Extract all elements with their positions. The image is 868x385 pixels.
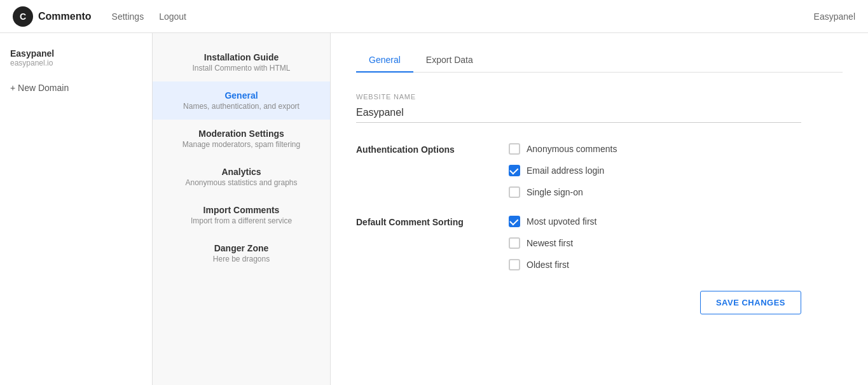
nav-item-installation-guide[interactable]: Installation Guide Install Commento with… — [153, 43, 330, 81]
nav-item-title: Danger Zone — [168, 243, 315, 253]
checkbox-row-email: Email address login — [509, 165, 617, 176]
nav-item-analytics[interactable]: Analytics Anonymous statistics and graph… — [153, 158, 330, 196]
default-comment-sorting-label: Default Comment Sorting — [356, 216, 483, 227]
checkbox-anonymous-label: Anonymous comments — [527, 144, 617, 154]
nav-item-sub: Manage moderators, spam filtering — [168, 140, 315, 149]
checkbox-row-oldest: Oldest first — [509, 259, 597, 270]
tabs: General Export Data — [356, 48, 843, 73]
website-name-label: WEBSITE NAME — [356, 93, 801, 101]
logout-link[interactable]: Logout — [159, 11, 186, 22]
checkbox-anonymous[interactable] — [509, 143, 520, 155]
nav-item-sub: Import from a different service — [168, 216, 315, 225]
save-btn-row: SAVE CHANGES — [356, 291, 801, 314]
website-name-field: WEBSITE NAME — [356, 93, 801, 143]
brand-logo: C Commento — [13, 6, 92, 27]
domain-url: easypanel.io — [10, 59, 142, 67]
nav-item-title: Analytics — [168, 167, 315, 177]
authentication-options-section: Authentication Options Anonymous comment… — [356, 143, 801, 198]
nav-item-title: General — [168, 90, 315, 101]
save-changes-button[interactable]: SAVE CHANGES — [700, 291, 801, 314]
checkbox-row-newest: Newest first — [509, 237, 597, 249]
checkbox-sso[interactable] — [509, 186, 520, 198]
checkbox-newest[interactable] — [509, 237, 520, 249]
nav-item-moderation-settings[interactable]: Moderation Settings Manage moderators, s… — [153, 120, 330, 158]
checkbox-newest-label: Newest first — [527, 238, 573, 248]
nav-item-title: Moderation Settings — [168, 129, 315, 139]
nav-item-sub: Here be dragons — [168, 255, 315, 263]
settings-link[interactable]: Settings — [112, 11, 144, 22]
nav-item-sub: Install Commento with HTML — [168, 64, 315, 73]
tab-general[interactable]: General — [356, 48, 413, 73]
sidebar-mid: Installation Guide Install Commento with… — [153, 33, 331, 385]
checkbox-oldest[interactable] — [509, 259, 520, 270]
nav-item-sub: Anonymous statistics and graphs — [168, 178, 315, 187]
layout: Easypanel easypanel.io + New Domain Inst… — [0, 33, 868, 385]
authentication-options-label: Authentication Options — [356, 143, 483, 155]
new-domain-button[interactable]: + New Domain — [10, 80, 142, 95]
checkbox-oldest-label: Oldest first — [527, 260, 569, 270]
nav-item-general[interactable]: General Names, authentication, and expor… — [153, 81, 330, 120]
main-content: General Export Data WEBSITE NAME Authent… — [331, 33, 868, 385]
authentication-options-checkboxes: Anonymous comments Email address login S… — [509, 143, 617, 198]
tab-export-data[interactable]: Export Data — [413, 48, 486, 73]
topnav-links: Settings Logout — [112, 11, 186, 22]
website-name-input[interactable] — [356, 103, 801, 123]
nav-item-import-comments[interactable]: Import Comments Import from a different … — [153, 196, 330, 234]
comment-sorting-checkboxes: Most upvoted first Newest first Oldest f… — [509, 216, 597, 270]
checkbox-most-upvoted-label: Most upvoted first — [527, 216, 597, 227]
nav-item-title: Import Comments — [168, 205, 315, 215]
topnav: C Commento Settings Logout Easypanel — [0, 0, 868, 33]
nav-item-danger-zone[interactable]: Danger Zone Here be dragons — [153, 234, 330, 272]
topnav-right-label: Easypanel — [814, 11, 855, 22]
default-comment-sorting-section: Default Comment Sorting Most upvoted fir… — [356, 216, 801, 270]
checkbox-most-upvoted[interactable] — [509, 216, 520, 227]
checkbox-email[interactable] — [509, 165, 520, 176]
domain-name: Easypanel — [10, 48, 142, 59]
form-section: WEBSITE NAME Authentication Options Anon… — [356, 93, 801, 314]
sidebar-left: Easypanel easypanel.io + New Domain — [0, 33, 153, 385]
checkbox-sso-label: Single sign-on — [527, 187, 583, 197]
nav-item-sub: Names, authentication, and export — [168, 102, 315, 111]
checkbox-row-most-upvoted: Most upvoted first — [509, 216, 597, 227]
checkbox-row-anonymous: Anonymous comments — [509, 143, 617, 155]
brand-name: Commento — [38, 11, 92, 22]
checkbox-row-sso: Single sign-on — [509, 186, 617, 198]
nav-item-title: Installation Guide — [168, 52, 315, 62]
logo-icon: C — [13, 6, 33, 27]
checkbox-email-label: Email address login — [527, 165, 604, 176]
